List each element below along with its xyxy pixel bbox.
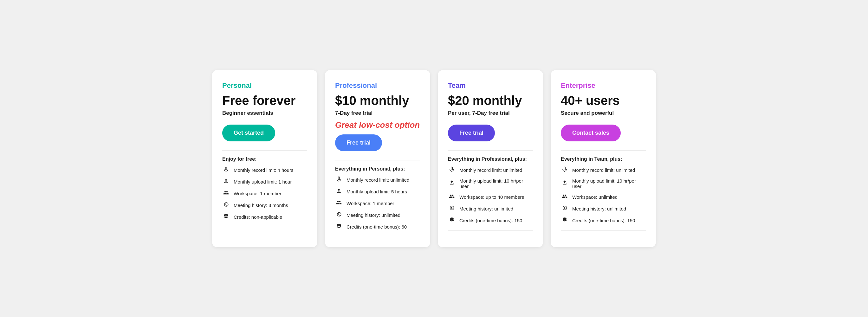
- feature-item-professional-0: Monthly record limit: unlimited: [335, 176, 420, 184]
- feature-icon-enterprise-1: [561, 180, 568, 187]
- feature-item-personal-4: Credits: non-applicable: [222, 213, 307, 221]
- plan-card-professional: Professional$10 monthly7-Day free trialG…: [325, 70, 430, 247]
- feature-icon-personal-1: [222, 178, 230, 185]
- plan-price-enterprise: 40+ users: [561, 93, 646, 108]
- feature-item-professional-1: Monthly upload limit: 5 hours: [335, 188, 420, 195]
- feature-item-enterprise-4: Credits (one-time bonus): 150: [561, 217, 646, 224]
- feature-text-personal-0: Monthly record limit: 4 hours: [234, 167, 293, 173]
- feature-icon-enterprise-3: [561, 205, 568, 212]
- feature-item-enterprise-0: Monthly record limit: unlimited: [561, 166, 646, 174]
- plan-price-professional: $10 monthly: [335, 93, 420, 108]
- feature-item-enterprise-3: Meeting history: unlimited: [561, 205, 646, 212]
- feature-item-professional-2: Workspace: 1 member: [335, 200, 420, 207]
- plan-subtitle-professional: 7-Day free trial: [335, 110, 420, 116]
- feature-icon-team-2: [448, 193, 456, 201]
- svg-point-3: [563, 218, 566, 219]
- feature-text-team-0: Monthly record limit: unlimited: [459, 167, 522, 173]
- feature-text-team-4: Credits (one-time bonus): 150: [459, 218, 522, 223]
- plan-highlight-professional: Great low-cost option: [335, 120, 420, 130]
- feature-text-enterprise-4: Credits (one-time bonus): 150: [572, 218, 635, 223]
- feature-text-enterprise-0: Monthly record limit: unlimited: [572, 167, 635, 173]
- feature-icon-enterprise-2: [561, 193, 568, 201]
- feature-text-personal-4: Credits: non-applicable: [234, 214, 282, 220]
- feature-list-professional: Monthly record limit: unlimitedMonthly u…: [335, 176, 420, 230]
- feature-item-team-0: Monthly record limit: unlimited: [448, 166, 533, 174]
- plan-cta-button-team[interactable]: Free trial: [448, 125, 495, 141]
- feature-text-professional-3: Meeting history: unlimited: [346, 212, 400, 218]
- feature-text-personal-3: Meeting history: 3 months: [234, 202, 288, 208]
- feature-text-professional-4: Credits (one-time bonus): 60: [346, 224, 407, 229]
- feature-icon-team-3: [448, 205, 456, 212]
- feature-item-personal-1: Monthly upload limit: 1 hour: [222, 178, 307, 185]
- plan-card-enterprise: Enterprise40+ usersSecure and powerfulCo…: [551, 70, 656, 247]
- feature-item-team-2: Workspace: up to 40 members: [448, 193, 533, 201]
- feature-icon-personal-3: [222, 201, 230, 209]
- feature-text-team-2: Workspace: up to 40 members: [459, 194, 524, 200]
- plan-card-team: Team$20 monthlyPer user, 7-Day free tria…: [438, 70, 543, 247]
- feature-item-team-1: Monthly upload limit: 10 hr/per user: [448, 178, 533, 189]
- features-label-team: Everything in Professional, plus:: [448, 156, 533, 162]
- feature-text-enterprise-2: Workspace: unlimited: [572, 194, 618, 200]
- plan-subtitle-enterprise: Secure and powerful: [561, 110, 646, 116]
- feature-text-enterprise-1: Monthly upload limit: 10 hr/per user: [572, 178, 646, 189]
- plan-name-professional: Professional: [335, 82, 420, 90]
- feature-icon-professional-4: [335, 223, 343, 230]
- feature-text-professional-2: Workspace: 1 member: [346, 201, 394, 206]
- plan-price-team: $20 monthly: [448, 93, 533, 108]
- feature-text-personal-2: Workspace: 1 member: [234, 191, 281, 196]
- feature-item-team-3: Meeting history: unlimited: [448, 205, 533, 212]
- svg-point-0: [224, 214, 228, 216]
- feature-icon-personal-4: [222, 213, 230, 221]
- feature-icon-professional-0: [335, 176, 343, 184]
- plan-cta-button-personal[interactable]: Get started: [222, 125, 275, 141]
- feature-item-professional-4: Credits (one-time bonus): 60: [335, 223, 420, 230]
- feature-text-personal-1: Monthly upload limit: 1 hour: [234, 179, 292, 185]
- feature-icon-professional-2: [335, 200, 343, 207]
- feature-icon-enterprise-4: [561, 217, 568, 224]
- feature-icon-professional-3: [335, 212, 343, 219]
- plan-card-personal: PersonalFree foreverBeginner essentialsG…: [212, 70, 317, 247]
- feature-item-personal-2: Workspace: 1 member: [222, 190, 307, 197]
- features-label-enterprise: Everything in Team, plus:: [561, 156, 646, 162]
- feature-icon-team-4: [448, 217, 456, 224]
- feature-list-team: Monthly record limit: unlimitedMonthly u…: [448, 166, 533, 224]
- feature-icon-team-0: [448, 166, 456, 174]
- feature-item-professional-3: Meeting history: unlimited: [335, 212, 420, 219]
- features-label-professional: Everything in Personal, plus:: [335, 166, 420, 172]
- plan-subtitle-team: Per user, 7-Day free trial: [448, 110, 533, 116]
- feature-icon-professional-1: [335, 188, 343, 195]
- feature-list-enterprise: Monthly record limit: unlimitedMonthly u…: [561, 166, 646, 224]
- feature-item-enterprise-2: Workspace: unlimited: [561, 193, 646, 201]
- feature-item-personal-3: Meeting history: 3 months: [222, 201, 307, 209]
- feature-icon-enterprise-0: [561, 166, 568, 174]
- feature-icon-personal-0: [222, 166, 230, 174]
- feature-icon-personal-2: [222, 190, 230, 197]
- plan-cta-button-professional[interactable]: Free trial: [335, 134, 382, 151]
- plan-price-personal: Free forever: [222, 93, 307, 108]
- plan-subtitle-personal: Beginner essentials: [222, 110, 307, 116]
- feature-list-personal: Monthly record limit: 4 hoursMonthly upl…: [222, 166, 307, 221]
- feature-item-enterprise-1: Monthly upload limit: 10 hr/per user: [561, 178, 646, 189]
- features-label-personal: Enjoy for free:: [222, 156, 307, 162]
- feature-text-professional-0: Monthly record limit: unlimited: [346, 177, 409, 183]
- feature-text-team-1: Monthly upload limit: 10 hr/per user: [459, 178, 533, 189]
- feature-icon-team-1: [448, 180, 456, 187]
- plan-name-enterprise: Enterprise: [561, 82, 646, 90]
- feature-item-personal-0: Monthly record limit: 4 hours: [222, 166, 307, 174]
- plan-cta-button-enterprise[interactable]: Contact sales: [561, 125, 621, 141]
- plan-name-personal: Personal: [222, 82, 307, 90]
- svg-point-2: [450, 218, 454, 219]
- svg-point-1: [337, 224, 341, 225]
- feature-text-professional-1: Monthly upload limit: 5 hours: [346, 189, 407, 194]
- feature-text-team-3: Meeting history: unlimited: [459, 206, 513, 212]
- plan-name-team: Team: [448, 82, 533, 90]
- feature-item-team-4: Credits (one-time bonus): 150: [448, 217, 533, 224]
- pricing-grid: PersonalFree foreverBeginner essentialsG…: [212, 70, 656, 247]
- feature-text-enterprise-3: Meeting history: unlimited: [572, 206, 626, 212]
